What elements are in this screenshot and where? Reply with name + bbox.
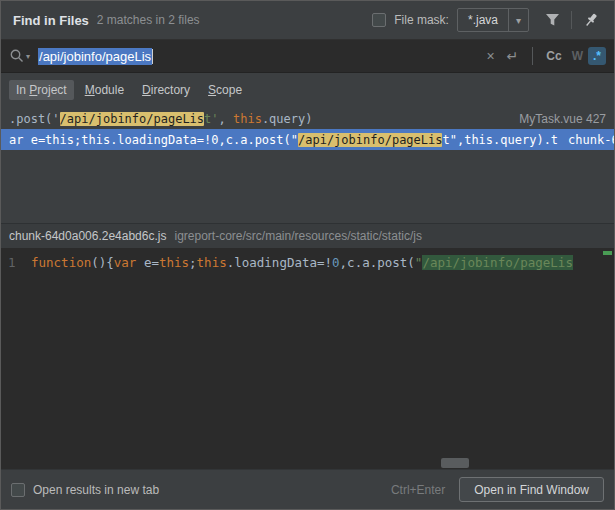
search-bar[interactable]: ▾ /api/jobinfo/pageLis × ↵ Cc W .* <box>1 39 614 73</box>
tab-module[interactable]: Module <box>78 80 131 100</box>
line-number: 1 <box>1 255 31 270</box>
pin-icon[interactable] <box>580 9 602 31</box>
search-history-chevron-icon[interactable]: ▾ <box>26 52 30 61</box>
bottom-bar: Open results in new tab Ctrl+Enter Open … <box>1 469 614 509</box>
file-mask-combo[interactable]: *.java ▾ <box>457 8 529 32</box>
newline-icon[interactable]: ↵ <box>501 48 525 64</box>
find-in-files-dialog: Find in Files 2 matches in 2 files File … <box>0 0 615 510</box>
match-stripe-mark <box>603 251 612 255</box>
editor-match-highlight: /api/jobinfo/pageLis <box>422 255 573 270</box>
result-location: chunk-64d0a006.2e4abd6c.js 1 <box>558 133 614 147</box>
match-summary: 2 matches in 2 files <box>97 13 200 27</box>
titlebar-separator <box>571 11 572 29</box>
open-in-find-window-button[interactable]: Open in Find Window <box>459 477 604 502</box>
tab-scope[interactable]: Scope <box>201 80 249 100</box>
search-input[interactable]: /api/jobinfo/pageLis <box>38 48 152 65</box>
match-highlight: /api/jobinfo/pageLis <box>60 112 205 126</box>
result-row-mytask[interactable]: .post('/api/jobinfo/pageList', this.quer… <box>1 108 614 129</box>
search-icon[interactable]: ▾ <box>9 48 30 64</box>
dialog-title: Find in Files <box>13 13 89 28</box>
tab-directory[interactable]: Directory <box>135 80 197 100</box>
code-preview-editor[interactable]: 1 function(){var e=this;this.loadingData… <box>1 249 614 469</box>
chevron-down-icon[interactable]: ▾ <box>508 9 528 31</box>
preview-file-path: igreport-core/src/main/resources/static/… <box>174 229 421 243</box>
tab-in-project[interactable]: In Project <box>9 80 74 100</box>
match-highlight: /api/jobinfo/pageLis <box>298 133 443 147</box>
file-mask-value: *.java <box>458 13 508 27</box>
match-case-toggle[interactable]: Cc <box>541 47 566 65</box>
words-toggle[interactable]: W <box>567 47 588 65</box>
clear-search-icon[interactable]: × <box>480 48 500 64</box>
search-separator <box>532 47 533 65</box>
scope-tabs: In Project Module Directory Scope <box>1 73 614 106</box>
result-row-chunk-selected[interactable]: ar e=this;this.loadingData=!0,c.a.post("… <box>1 129 614 150</box>
preview-file-header[interactable]: chunk-64d0a006.2e4abd6c.js igreport-core… <box>1 223 614 249</box>
file-mask-checkbox[interactable] <box>372 13 386 27</box>
preview-file-name: chunk-64d0a006.2e4abd6c.js <box>9 229 166 243</box>
open-results-new-tab-checkbox[interactable] <box>11 483 25 497</box>
title-bar: Find in Files 2 matches in 2 files File … <box>1 1 614 39</box>
regex-toggle[interactable]: .* <box>588 47 606 65</box>
code-line-1: 1 function(){var e=this;this.loadingData… <box>1 255 614 270</box>
file-mask-label: File mask: <box>394 13 449 27</box>
open-results-new-tab-label: Open results in new tab <box>33 483 159 497</box>
shortcut-hint: Ctrl+Enter <box>391 483 445 497</box>
horizontal-scrollbar-thumb[interactable] <box>441 458 469 468</box>
results-list: .post('/api/jobinfo/pageList', this.quer… <box>1 106 614 223</box>
filter-icon[interactable] <box>541 9 563 31</box>
code-text: function(){var e=this;this.loadingData=!… <box>31 255 573 270</box>
text-caret <box>152 49 153 64</box>
result-location: MyTask.vue 427 <box>509 112 606 126</box>
